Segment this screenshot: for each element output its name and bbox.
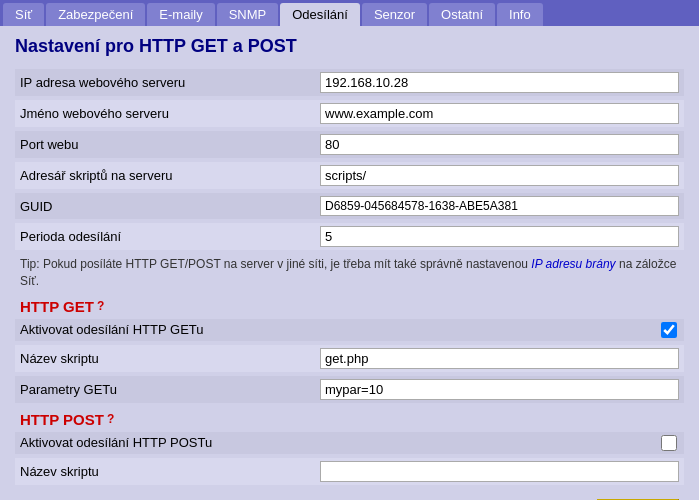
http-post-help-icon[interactable]: ? <box>107 412 114 426</box>
field-post-script-label: Název skriptu <box>20 464 320 479</box>
field-jmeno-label: Jméno webového serveru <box>20 106 320 121</box>
http-get-title: HTTP GET <box>20 298 94 315</box>
adesar-input[interactable] <box>320 165 679 186</box>
field-ip: IP adresa webového serveru <box>15 69 684 96</box>
page-title: Nastavení pro HTTP GET a POST <box>15 36 684 57</box>
field-perioda-label: Perioda odesílání <box>20 229 320 244</box>
post-activate-checkbox[interactable] <box>661 435 677 451</box>
tab-snmp[interactable]: SNMP <box>217 3 279 26</box>
field-adesar: Adresář skriptů na serveru <box>15 162 684 189</box>
get-params-input[interactable] <box>320 379 679 400</box>
get-activate-checkbox[interactable] <box>661 322 677 338</box>
field-adesar-label: Adresář skriptů na serveru <box>20 168 320 183</box>
jmeno-input[interactable] <box>320 103 679 124</box>
field-get-activate: Aktivovat odesílání HTTP GETu <box>15 319 684 341</box>
button-row: Uložit <box>15 489 684 500</box>
field-ip-label: IP adresa webového serveru <box>20 75 320 90</box>
http-get-help-icon[interactable]: ? <box>97 299 104 313</box>
field-perioda-value <box>320 226 679 247</box>
field-get-params: Parametry GETu <box>15 376 684 403</box>
tip-link[interactable]: IP adresu brány <box>531 257 615 271</box>
tab-emaily[interactable]: E-maily <box>147 3 214 26</box>
field-guid-label: GUID <box>20 199 320 214</box>
field-get-params-label: Parametry GETu <box>20 382 320 397</box>
field-guid: GUID <box>15 193 684 219</box>
tab-info[interactable]: Info <box>497 3 543 26</box>
field-adesar-value <box>320 165 679 186</box>
main-content: Nastavení pro HTTP GET a POST IP adresa … <box>0 26 699 500</box>
field-port-label: Port webu <box>20 137 320 152</box>
field-get-script-label: Název skriptu <box>20 351 320 366</box>
tab-ostatni[interactable]: Ostatní <box>429 3 495 26</box>
tab-zabezpeceni[interactable]: Zabezpečení <box>46 3 145 26</box>
field-post-activate-label: Aktivovat odesílání HTTP POSTu <box>20 435 320 450</box>
field-jmeno: Jméno webového serveru <box>15 100 684 127</box>
port-input[interactable] <box>320 134 679 155</box>
field-get-script: Název skriptu <box>15 345 684 372</box>
field-post-activate-value <box>320 435 679 451</box>
field-port-value <box>320 134 679 155</box>
nav-tabs: Síť Zabezpečení E-maily SNMP Odesílání S… <box>0 0 699 26</box>
http-get-header: HTTP GET ? <box>20 298 679 315</box>
field-get-activate-label: Aktivovat odesílání HTTP GETu <box>20 322 320 337</box>
tab-sit[interactable]: Síť <box>3 3 44 26</box>
post-script-input[interactable] <box>320 461 679 482</box>
field-perioda: Perioda odesílání <box>15 223 684 250</box>
field-ip-value <box>320 72 679 93</box>
field-post-script: Název skriptu <box>15 458 684 485</box>
guid-input[interactable] <box>320 196 679 216</box>
field-post-script-value <box>320 461 679 482</box>
field-port: Port webu <box>15 131 684 158</box>
field-get-params-value <box>320 379 679 400</box>
http-post-header: HTTP POST ? <box>20 411 679 428</box>
http-post-title: HTTP POST <box>20 411 104 428</box>
field-post-activate: Aktivovat odesílání HTTP POSTu <box>15 432 684 454</box>
tip-text: Tip: Pokud posíláte HTTP GET/POST na ser… <box>20 256 679 290</box>
get-script-input[interactable] <box>320 348 679 369</box>
perioda-input[interactable] <box>320 226 679 247</box>
field-jmeno-value <box>320 103 679 124</box>
field-guid-value <box>320 196 679 216</box>
field-get-activate-value <box>320 322 679 338</box>
tab-odesilani[interactable]: Odesílání <box>280 3 360 26</box>
field-get-script-value <box>320 348 679 369</box>
ip-input[interactable] <box>320 72 679 93</box>
tab-senzor[interactable]: Senzor <box>362 3 427 26</box>
